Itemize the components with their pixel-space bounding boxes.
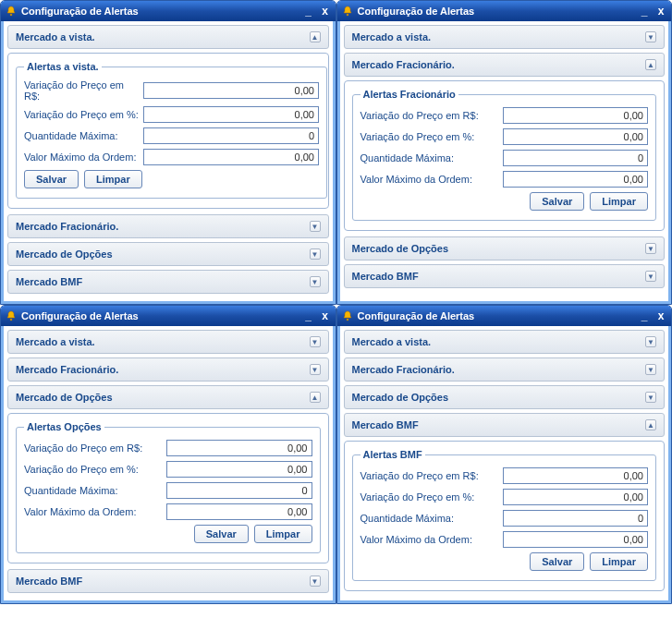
minimize-icon[interactable]: _ (638, 309, 651, 322)
input-var-pct[interactable] (166, 461, 312, 478)
svg-point-1 (347, 14, 348, 16)
label-var-pct: Variação do Preço em %: (360, 491, 499, 503)
section-label: Mercado Fracionário. (16, 364, 118, 375)
panel-bmf: Alertas BMF Variação do Preço em R$: Var… (344, 441, 666, 591)
chevron-up-icon: ▲ (645, 59, 656, 70)
legend-vista: Alertas a vista. (24, 61, 102, 72)
input-var-rs[interactable] (503, 467, 649, 484)
section-header-bmf[interactable]: Mercado BMF ▲ (344, 413, 666, 437)
section-header-vista[interactable]: Mercado a vista. ▼ (7, 330, 329, 354)
minimize-icon[interactable]: _ (638, 5, 651, 18)
svg-point-3 (347, 319, 348, 321)
window-body: Mercado a vista. ▼ Mercado Fracionário. … (1, 326, 336, 603)
save-button[interactable]: Salvar (24, 170, 79, 188)
label-var-pct: Variação do Preço em %: (24, 109, 140, 120)
section-header-opcoes[interactable]: Mercado de Opções ▼ (7, 242, 329, 266)
section-header-opcoes[interactable]: Mercado de Opções ▲ (7, 385, 329, 409)
label-qtd-max: Quantidade Máxima: (360, 513, 499, 524)
chevron-down-icon: ▼ (645, 392, 656, 403)
close-icon[interactable]: x (654, 309, 667, 322)
section-header-vista[interactable]: Mercado a vista. ▼ (344, 25, 666, 49)
input-qtd-max[interactable] (503, 150, 649, 166)
section-label: Mercado de Opções (16, 248, 113, 260)
window-alerts-fracionario: Configuração de Alertas _ x Mercado a vi… (336, 0, 673, 305)
section-label: Mercado BMF (16, 575, 82, 587)
clear-button[interactable]: Limpar (84, 170, 142, 188)
legend-fracionario: Alertas Fracionário (360, 89, 458, 100)
titlebar[interactable]: Configuração de Alertas _ x (337, 306, 672, 326)
section-header-fracionario[interactable]: Mercado Fracionário. ▼ (344, 357, 666, 382)
label-qtd-max: Quantidade Máxima: (24, 485, 163, 496)
input-qtd-max[interactable] (143, 127, 319, 144)
section-label: Mercado a vista. (352, 31, 432, 42)
chevron-up-icon: ▲ (310, 392, 321, 403)
minimize-icon[interactable]: _ (302, 5, 315, 18)
clear-button[interactable]: Limpar (254, 525, 312, 543)
input-var-pct[interactable] (143, 106, 319, 123)
section-header-opcoes[interactable]: Mercado de Opções ▼ (344, 385, 666, 409)
section-label: Mercado BMF (16, 276, 82, 287)
section-label: Mercado a vista. (352, 336, 432, 347)
close-icon[interactable]: x (319, 309, 332, 322)
section-header-vista[interactable]: Mercado a vista. ▲ (7, 25, 329, 49)
close-icon[interactable]: x (654, 5, 667, 18)
close-icon[interactable]: x (319, 5, 332, 18)
save-button[interactable]: Salvar (194, 525, 249, 543)
section-label: Mercado de Opções (16, 392, 113, 403)
chevron-up-icon: ▲ (310, 31, 321, 42)
clear-button[interactable]: Limpar (590, 552, 648, 571)
save-button[interactable]: Salvar (530, 552, 584, 571)
input-val-max[interactable] (503, 171, 649, 188)
chevron-down-icon: ▼ (645, 271, 656, 282)
panel-vista: Alertas a vista. Variação do Preço em R$… (7, 53, 329, 209)
section-header-fracionario[interactable]: Mercado Fracionário. ▼ (7, 214, 329, 238)
section-label: Mercado a vista. (16, 31, 95, 42)
input-val-max[interactable] (166, 503, 312, 520)
section-header-bmf[interactable]: Mercado BMF ▼ (344, 264, 666, 288)
chevron-down-icon: ▼ (310, 276, 321, 287)
minimize-icon[interactable]: _ (302, 309, 315, 322)
input-var-rs[interactable] (166, 440, 312, 456)
legend-opcoes: Alertas Opções (24, 421, 104, 432)
label-qtd-max: Quantidade Máxima: (360, 152, 499, 164)
input-val-max[interactable] (503, 531, 649, 548)
section-header-fracionario[interactable]: Mercado Fracionário. ▼ (7, 357, 329, 382)
titlebar[interactable]: Configuração de Alertas _ x (1, 306, 336, 326)
label-var-rs: Variação do Preço em R$: (24, 442, 163, 454)
input-qtd-max[interactable] (503, 510, 649, 527)
legend-bmf: Alertas BMF (360, 449, 425, 460)
bell-icon (5, 5, 18, 18)
chevron-down-icon: ▼ (645, 31, 656, 42)
section-label: Mercado BMF (352, 419, 419, 430)
chevron-down-icon: ▼ (310, 575, 321, 587)
chevron-down-icon: ▼ (645, 243, 656, 254)
window-title: Configuração de Alertas (358, 310, 635, 321)
section-header-bmf[interactable]: Mercado BMF ▼ (7, 569, 329, 593)
section-header-opcoes[interactable]: Mercado de Opções ▼ (344, 236, 666, 260)
section-header-vista[interactable]: Mercado a vista. ▼ (344, 330, 666, 354)
clear-button[interactable]: Limpar (590, 192, 648, 211)
window-title: Configuração de Alertas (21, 6, 299, 17)
bell-icon (5, 309, 18, 322)
label-var-rs: Variação do Preço em R$: (360, 110, 499, 121)
section-header-bmf[interactable]: Mercado BMF ▼ (7, 270, 329, 294)
input-var-pct[interactable] (503, 128, 649, 145)
input-var-pct[interactable] (503, 489, 649, 505)
section-label: Mercado de Opções (352, 392, 449, 403)
save-button[interactable]: Salvar (530, 192, 584, 211)
chevron-down-icon: ▼ (310, 336, 321, 347)
label-var-pct: Variação do Preço em %: (360, 131, 499, 142)
label-qtd-max: Quantidade Máxima: (24, 130, 140, 141)
titlebar[interactable]: Configuração de Alertas _ x (337, 1, 672, 21)
section-header-fracionario[interactable]: Mercado Fracionário. ▲ (344, 53, 666, 77)
panel-fracionario: Alertas Fracionário Variação do Preço em… (344, 80, 666, 231)
input-var-rs[interactable] (503, 107, 649, 124)
fieldset-fracionario: Alertas Fracionário Variação do Preço em… (352, 89, 657, 221)
input-var-rs[interactable] (143, 82, 319, 99)
section-label: Mercado Fracionário. (352, 59, 455, 70)
titlebar[interactable]: Configuração de Alertas _ x (1, 1, 336, 21)
input-qtd-max[interactable] (166, 482, 312, 499)
input-val-max[interactable] (143, 149, 319, 165)
window-body: Mercado a vista. ▼ Mercado Fracionário. … (337, 326, 672, 603)
window-body: Mercado a vista. ▲ Alertas a vista. Vari… (1, 21, 336, 304)
